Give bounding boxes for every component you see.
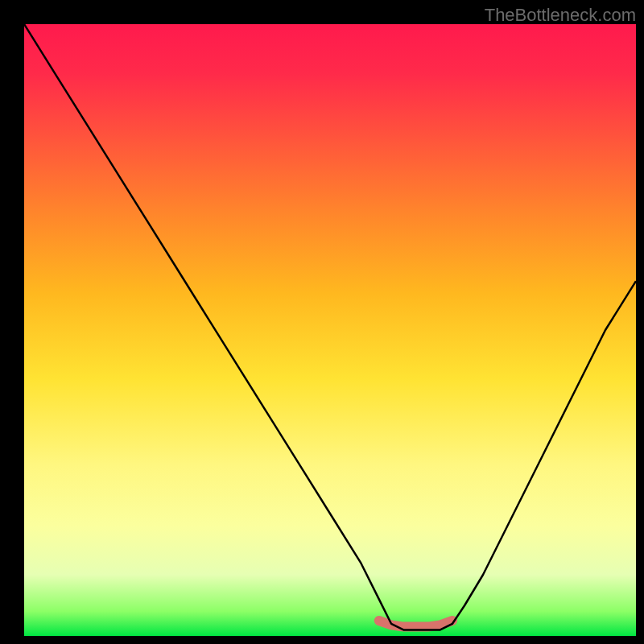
watermark-text: TheBottleneck.com	[485, 5, 636, 26]
bottleneck-curve-line	[24, 24, 636, 630]
chart-plot-area	[24, 24, 636, 636]
chart-svg	[24, 24, 636, 636]
